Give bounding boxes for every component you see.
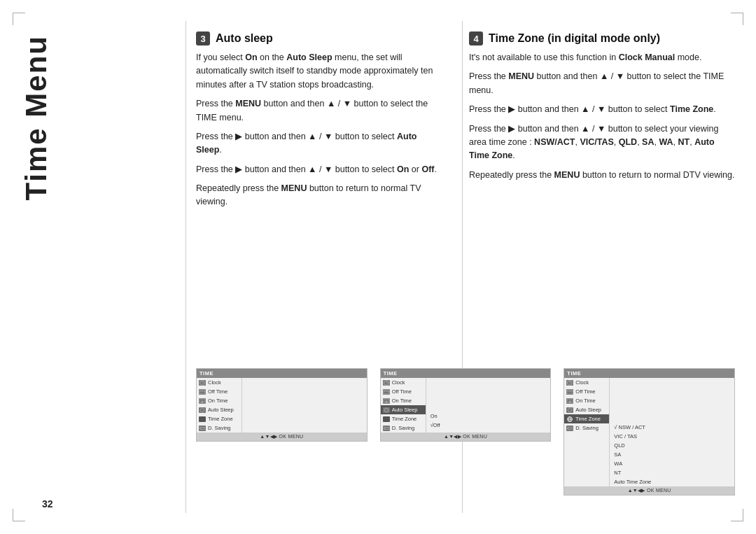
section3-p1: If you select On on the Auto Sleep menu,… bbox=[196, 51, 441, 92]
section4-body: It's not available to use this function … bbox=[469, 51, 735, 182]
screenshot-3-header: TIME bbox=[564, 369, 734, 378]
screenshot-2-option-2: √Off bbox=[428, 421, 551, 430]
svg-rect-15 bbox=[384, 390, 389, 394]
screenshot-3-menu-item-5: Time Zone bbox=[564, 414, 609, 423]
corner-mark-tl bbox=[13, 13, 25, 25]
section4-column: 4 Time Zone (in digital mode only) It's … bbox=[455, 31, 735, 215]
screenshot-3-options: √ NSW / ACTVIC / TASQLDSAWANTAuto Time Z… bbox=[610, 378, 734, 486]
svg-rect-27 bbox=[567, 390, 573, 394]
offtime-icon bbox=[566, 389, 573, 395]
svg-rect-22 bbox=[384, 427, 388, 429]
screenshot-2-options: On√Off bbox=[426, 378, 551, 433]
screenshot-1-menu-item-4-label: Auto Sleep bbox=[208, 407, 234, 413]
section3-body: If you select On on the Auto Sleep menu,… bbox=[196, 51, 441, 209]
screenshot-2-menu-item-6: D. Saving bbox=[381, 423, 426, 433]
screenshot-1-menu-item-3-label: On Time bbox=[208, 398, 227, 404]
screenshots-row: TIMEClockOff TimeOn TimeAuto SleepTime Z… bbox=[196, 368, 735, 496]
screenshot-3-option-2: VIC / TAS bbox=[612, 432, 734, 441]
dsaving-icon bbox=[199, 426, 206, 431]
screenshot-1-menu-item-2-label: Off Time bbox=[208, 388, 227, 395]
screenshot-2-menu-item-5: Time Zone bbox=[381, 414, 426, 423]
screenshot-3-option-4: SA bbox=[612, 450, 734, 459]
screenshot-3-menu-item-2-label: Off Time bbox=[575, 388, 595, 395]
corner-mark-bl bbox=[13, 509, 25, 521]
screenshot-3-menu-item-6-label: D. Saving bbox=[575, 425, 598, 431]
screenshot-2-menu-item-6-label: D. Saving bbox=[392, 425, 415, 431]
section3-p4: Press the ▶ button and then ▲ / ▼ button… bbox=[196, 163, 441, 176]
screenshot-2-footer: ▲▼◀▶ OK MENU bbox=[381, 433, 551, 441]
screenshot-1-menu-item-4: Auto Sleep bbox=[197, 405, 241, 414]
screenshot-3-menu-item-5-label: Time Zone bbox=[575, 416, 601, 422]
screenshot-3-body: ClockOff TimeOn TimeAuto SleepTime ZoneD… bbox=[564, 378, 734, 486]
screenshot-2-menu-item-4-label: Auto Sleep bbox=[392, 407, 418, 413]
ontime-icon bbox=[199, 398, 206, 404]
svg-point-30 bbox=[569, 400, 571, 402]
clock-icon bbox=[199, 380, 206, 386]
timezone-icon bbox=[566, 416, 573, 422]
screenshot-1: TIMEClockOff TimeOn TimeAuto SleepTime Z… bbox=[196, 368, 368, 442]
offtime-icon bbox=[199, 389, 206, 395]
screenshot-2-body: ClockOff TimeOn TimeAuto SleepTime ZoneD… bbox=[381, 378, 551, 433]
section4-number: 4 bbox=[469, 31, 483, 45]
page-number: 32 bbox=[42, 498, 53, 510]
offtime-icon bbox=[383, 389, 390, 395]
section3-number: 3 bbox=[196, 31, 210, 45]
sleep-icon bbox=[199, 407, 206, 413]
dsaving-icon bbox=[566, 426, 573, 431]
screenshot-1-menu-item-5: Time Zone bbox=[197, 414, 241, 423]
section4-header: 4 Time Zone (in digital mode only) bbox=[469, 31, 735, 45]
timezone-icon bbox=[383, 416, 390, 422]
screenshot-1-header: TIME bbox=[197, 369, 367, 378]
svg-point-18 bbox=[385, 400, 387, 402]
screenshot-1-menu-item-2: Off Time bbox=[197, 387, 241, 396]
timezone-icon bbox=[199, 416, 206, 422]
screenshot-2-menu-item-2: Off Time bbox=[381, 387, 426, 396]
screenshot-3-menu-item-1: Clock bbox=[564, 378, 609, 387]
svg-rect-10 bbox=[200, 427, 205, 429]
section3-p5: Repeatedly press the MENU button to retu… bbox=[196, 182, 441, 209]
screenshot-2-menu-item-3: On Time bbox=[381, 396, 426, 405]
screenshot-3: TIMEClockOff TimeOn TimeAuto SleepTime Z… bbox=[564, 368, 735, 496]
dsaving-icon bbox=[383, 426, 390, 431]
ontime-icon bbox=[566, 398, 573, 404]
section3-header: 3 Auto sleep bbox=[196, 31, 441, 45]
screenshot-2-header: TIME bbox=[381, 369, 551, 378]
svg-rect-34 bbox=[568, 427, 573, 429]
screenshot-2-menu-item-2-label: Off Time bbox=[392, 388, 412, 395]
section3-title: Auto sleep bbox=[216, 32, 273, 45]
screenshot-3-option-3: QLD bbox=[612, 441, 734, 450]
screenshot-3-menu-item-4-label: Auto Sleep bbox=[575, 407, 601, 413]
svg-point-6 bbox=[202, 400, 204, 402]
screenshot-2-menu-item-3-label: On Time bbox=[392, 398, 412, 404]
svg-rect-3 bbox=[200, 390, 205, 394]
left-divider bbox=[186, 21, 186, 513]
clock-icon bbox=[566, 380, 573, 386]
screenshot-1-menu-item-1: Clock bbox=[197, 378, 241, 387]
screenshot-2-menu-item-1: Clock bbox=[381, 378, 426, 387]
screenshot-3-menu-item-2: Off Time bbox=[564, 387, 609, 396]
screenshot-3-menu: ClockOff TimeOn TimeAuto SleepTime ZoneD… bbox=[564, 378, 610, 486]
two-column-layout: 3 Auto sleep If you select On on the Aut… bbox=[196, 31, 735, 215]
section3-p3: Press the ▶ button and then ▲ / ▼ button… bbox=[196, 130, 441, 157]
screenshot-3-option-1: √ NSW / ACT bbox=[612, 423, 734, 432]
screenshot-1-menu-item-5-label: Time Zone bbox=[208, 416, 233, 422]
screenshot-3-option-7: Auto Time Zone bbox=[612, 477, 734, 486]
screenshot-3-footer: ▲▼◀▶ OK MENU bbox=[564, 486, 734, 495]
screenshot-2-menu: ClockOff TimeOn TimeAuto SleepTime ZoneD… bbox=[381, 378, 426, 433]
screenshot-1-menu-item-6-label: D. Saving bbox=[208, 425, 231, 431]
screenshot-2-menu-item-4: Auto Sleep bbox=[381, 405, 426, 414]
section4-p2: Press the MENU button and then ▲ / ▼ but… bbox=[469, 70, 735, 97]
clock-icon bbox=[383, 380, 390, 386]
section4-p4: Press the ▶ button and then ▲ / ▼ button… bbox=[469, 122, 735, 163]
screenshot-1-menu-item-6: D. Saving bbox=[197, 423, 241, 433]
screenshot-1-menu-item-3: On Time bbox=[197, 396, 241, 405]
screenshot-1-menu-item-1-label: Clock bbox=[208, 379, 221, 386]
screenshot-3-menu-item-1-label: Clock bbox=[575, 379, 589, 386]
section4-title: Time Zone (in digital mode only) bbox=[489, 32, 660, 45]
screenshot-1-body: ClockOff TimeOn TimeAuto SleepTime ZoneD… bbox=[197, 378, 367, 433]
sleep-icon bbox=[383, 407, 390, 413]
screenshot-3-option-5: WA bbox=[612, 459, 734, 468]
screenshot-3-option-6: NT bbox=[612, 468, 734, 477]
screenshot-2-menu-item-5-label: Time Zone bbox=[392, 416, 417, 422]
screenshot-3-menu-item-3-label: On Time bbox=[575, 398, 595, 404]
